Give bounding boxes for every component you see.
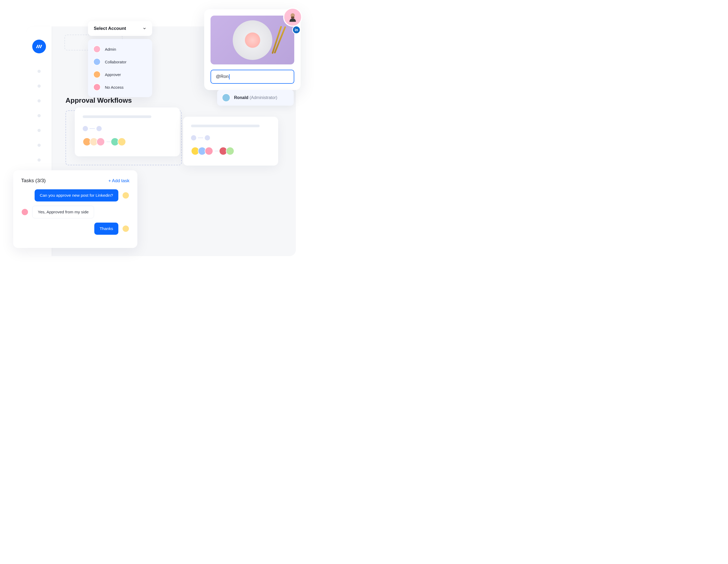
- account-option-approver[interactable]: Approver: [93, 68, 147, 81]
- avatar: [118, 138, 126, 146]
- suggestion-name: Ronald: [234, 95, 248, 100]
- task-message-row: Thanks: [21, 223, 129, 235]
- account-option-noaccess[interactable]: No Access: [93, 81, 147, 94]
- suggestion-text: Ronald (Administrator): [234, 95, 277, 100]
- avatar: [96, 138, 105, 146]
- step-dot: [205, 135, 210, 141]
- nav-item[interactable]: [38, 114, 41, 117]
- mention-input[interactable]: @Ron: [211, 70, 294, 84]
- nav-item[interactable]: [38, 85, 41, 88]
- workflow-steps: [191, 135, 270, 141]
- mention-value: @Ron: [216, 74, 228, 79]
- mention-suggestion[interactable]: Ronald (Administrator): [217, 90, 294, 106]
- tasks-card: Tasks (3/3) + Add task Can you approve n…: [13, 170, 137, 248]
- option-label: Admin: [105, 47, 116, 52]
- account-option-admin[interactable]: Admin: [93, 43, 147, 55]
- tasks-header: Tasks (3/3) + Add task: [21, 178, 129, 184]
- select-account-trigger[interactable]: Select Account: [88, 21, 152, 36]
- nav-item[interactable]: [38, 159, 41, 162]
- avatar: [93, 58, 101, 66]
- plate-graphic: [233, 20, 272, 60]
- select-account-dropdown: Admin Collaborator Approver No Access: [88, 39, 152, 97]
- add-task-button[interactable]: + Add task: [108, 178, 129, 184]
- app-logo[interactable]: [32, 40, 46, 53]
- workflow-steps: [83, 126, 172, 131]
- post-image: [211, 16, 294, 64]
- post-preview-card: @Ron in: [204, 9, 301, 90]
- option-label: Approver: [105, 72, 121, 77]
- author-avatar: [283, 8, 302, 27]
- message-bubble: Can you approve new post for Linkedin?: [35, 189, 118, 202]
- nav-item[interactable]: [38, 70, 41, 73]
- message-bubble: Thanks: [94, 223, 118, 235]
- workflow-card[interactable]: [75, 108, 180, 156]
- workflow-card[interactable]: [183, 117, 278, 166]
- placeholder-bar: [191, 125, 260, 127]
- avatar: [93, 71, 101, 78]
- step-connector: [198, 138, 203, 138]
- option-label: No Access: [105, 85, 124, 90]
- chevron-down-icon: [143, 27, 146, 30]
- avatar: [21, 208, 29, 216]
- select-account-label: Select Account: [94, 26, 126, 31]
- nav-item[interactable]: [38, 144, 41, 147]
- approver-avatars: [83, 138, 172, 146]
- approver-avatars: [191, 147, 270, 155]
- step-dot: [96, 126, 102, 131]
- avatar: [93, 83, 101, 91]
- person-icon: [287, 12, 298, 23]
- step-dot: [191, 135, 196, 141]
- avatar: [93, 45, 101, 53]
- workflows-heading: Approval Workflows: [66, 96, 132, 105]
- nav-item[interactable]: [38, 99, 41, 103]
- avatar: [122, 225, 129, 232]
- step-dot: [83, 126, 88, 131]
- svg-rect-1: [291, 16, 294, 18]
- task-message-row: Yes, Approved from my side: [21, 206, 129, 218]
- nav-item[interactable]: [38, 129, 41, 132]
- task-message-row: Can you approve new post for Linkedin?: [21, 189, 129, 202]
- option-label: Collaborator: [105, 60, 127, 64]
- message-bubble: Yes, Approved from my side: [32, 206, 94, 218]
- text-cursor: [229, 74, 230, 80]
- avatar: [205, 147, 213, 155]
- step-connector: [90, 128, 95, 129]
- placeholder-bar: [83, 115, 151, 118]
- avatar: [122, 192, 129, 199]
- tasks-title: Tasks (3/3): [21, 178, 46, 184]
- avatar: [226, 147, 234, 155]
- logo-icon: [35, 43, 43, 50]
- linkedin-icon: in: [292, 26, 301, 34]
- avatar: [222, 94, 230, 102]
- suggestion-role: (Administrator): [250, 95, 277, 100]
- account-option-collaborator[interactable]: Collaborator: [93, 55, 147, 68]
- select-account: Select Account Admin Collaborator Approv…: [88, 21, 152, 97]
